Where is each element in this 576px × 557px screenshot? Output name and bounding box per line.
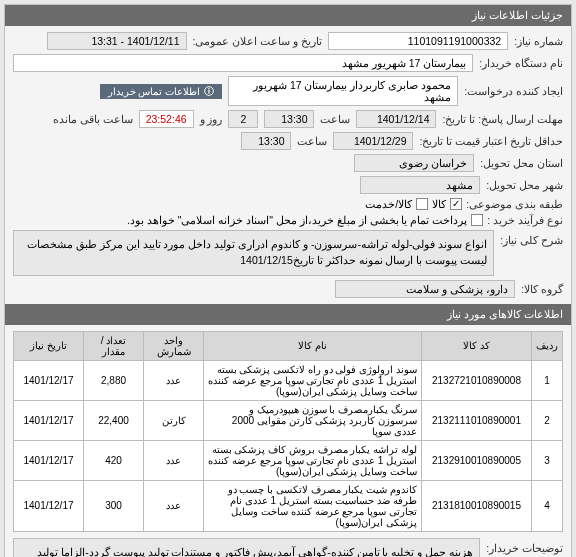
- table-header-row: ردیف کد کالا نام کالا واحد شمارش تعداد /…: [14, 331, 563, 360]
- notes-text: هزینه حمل و تخلیه با تامین کننده-گواهی آ…: [13, 538, 480, 558]
- cell-unit: عدد: [144, 360, 204, 400]
- group-label: گروه کالا:: [521, 283, 563, 295]
- process-label: نوع فرآیند خرید :: [487, 214, 563, 226]
- desc-label: شرح کلی نیاز:: [500, 230, 563, 246]
- min-valid-time-label: ساعت: [297, 135, 327, 147]
- buyer-org-label: نام دستگاه خریدار:: [479, 57, 563, 69]
- cell-qty: 22,400: [84, 400, 144, 440]
- th-qty: تعداد / مقدار: [84, 331, 144, 360]
- remain-label: ساعت باقی مانده: [53, 113, 133, 125]
- budget-label: طبقه بندی موضوعی:: [466, 198, 563, 210]
- cell-unit: کارتن: [144, 400, 204, 440]
- province-label: استان محل تحویل:: [480, 157, 563, 169]
- cell-code: 2132721010890008: [422, 360, 532, 400]
- city-label: شهر محل تحویل:: [486, 179, 563, 191]
- cell-n: 1: [532, 360, 563, 400]
- cell-name: لوله تراشه یکبار مصرف بروش کاف پزشکی بست…: [204, 440, 422, 480]
- row-budget-class: طبقه بندی موضوعی: کالا کالا/خدمت: [13, 198, 563, 210]
- deadline-label: مهلت ارسال پاسخ: تا تاریخ:: [442, 113, 563, 125]
- th-unit: واحد شمارش: [144, 331, 204, 360]
- info-icon: [204, 86, 214, 96]
- checkbox-goods-label: کالا: [432, 198, 446, 210]
- panel-body: شماره نیاز: 1101091191000332 تاریخ و ساع…: [5, 26, 571, 557]
- cell-qty: 2,880: [84, 360, 144, 400]
- cell-qty: 420: [84, 440, 144, 480]
- items-table: ردیف کد کالا نام کالا واحد شمارش تعداد /…: [13, 331, 563, 532]
- cell-unit: عدد: [144, 440, 204, 480]
- days-remaining: 2: [228, 110, 258, 128]
- table-row: 22132111010890001سرنگ یکبارمصرف با سوزن …: [14, 400, 563, 440]
- cell-n: 2: [532, 400, 563, 440]
- cell-date: 1401/12/17: [14, 360, 84, 400]
- panel-title: جزئیات اطلاعات نیاز: [5, 5, 571, 26]
- row-buyer-notes: توضیحات خریدار: هزینه حمل و تخلیه با تام…: [13, 538, 563, 558]
- buyer-contact-button[interactable]: اطلاعات تماس خریدار: [100, 84, 223, 99]
- cell-name: سوند ارولوژی فولی دو راه لاتکسی پزشکی بس…: [204, 360, 422, 400]
- checkbox-treasury-box[interactable]: [471, 214, 483, 226]
- row-deadline: مهلت ارسال پاسخ: تا تاریخ: 1401/12/14 سا…: [13, 110, 563, 128]
- th-code: کد کالا: [422, 331, 532, 360]
- cell-unit: عدد: [144, 480, 204, 531]
- cell-date: 1401/12/17: [14, 480, 84, 531]
- row-min-validity: حداقل تاریخ اعتبار قیمت تا تاریخ: 1401/1…: [13, 132, 563, 150]
- desc-text: انواع سوند فولی-لوله تراشه-سرسوزن- و کان…: [13, 230, 494, 276]
- row-province: استان محل تحویل: خراسان رضوی: [13, 154, 563, 172]
- days-label: روز و: [200, 113, 223, 125]
- items-section-header: اطلاعات کالاهای مورد نیاز: [5, 304, 571, 325]
- process-note: پرداخت تمام یا بخشی از مبلغ خرید،از محل …: [127, 214, 467, 226]
- row-description: شرح کلی نیاز: انواع سوند فولی-لوله تراشه…: [13, 230, 563, 276]
- deadline-time: 13:30: [264, 110, 314, 128]
- announce-label: تاریخ و ساعت اعلان عمومی:: [193, 35, 323, 47]
- checkbox-service: کالا/خدمت: [365, 198, 428, 210]
- announce-value: 1401/12/11 - 13:31: [47, 32, 187, 50]
- need-number-value: 1101091191000332: [328, 32, 508, 50]
- th-date: تاریخ نیاز: [14, 331, 84, 360]
- checkbox-service-box[interactable]: [416, 198, 428, 210]
- checkbox-treasury: پرداخت تمام یا بخشی از مبلغ خرید،از محل …: [127, 214, 483, 226]
- deadline-time-label: ساعت: [320, 113, 350, 125]
- buyer-org-value: بیمارستان 17 شهریور مشهد: [13, 54, 473, 72]
- cell-qty: 300: [84, 480, 144, 531]
- th-name: نام کالا: [204, 331, 422, 360]
- notes-label: توضیحات خریدار:: [486, 538, 563, 554]
- min-valid-date: 1401/12/29: [333, 132, 413, 150]
- row-group: گروه کالا: دارو، پزشکی و سلامت: [13, 280, 563, 298]
- th-row: ردیف: [532, 331, 563, 360]
- checkbox-service-label: کالا/خدمت: [365, 198, 412, 210]
- need-number-label: شماره نیاز:: [514, 35, 563, 47]
- group-value: دارو، پزشکی و سلامت: [335, 280, 515, 298]
- buyer-contact-label: اطلاعات تماس خریدار: [108, 86, 201, 97]
- cell-date: 1401/12/17: [14, 440, 84, 480]
- min-valid-label: حداقل تاریخ اعتبار قیمت تا تاریخ:: [419, 135, 563, 147]
- cell-n: 4: [532, 480, 563, 531]
- cell-date: 1401/12/17: [14, 400, 84, 440]
- row-city: شهر محل تحویل: مشهد: [13, 176, 563, 194]
- checkbox-goods: کالا: [432, 198, 462, 210]
- svg-rect-2: [209, 88, 210, 89]
- creator-label: ایجاد کننده درخواست:: [464, 85, 563, 97]
- checkbox-goods-box[interactable]: [450, 198, 462, 210]
- need-details-panel: جزئیات اطلاعات نیاز شماره نیاز: 11010911…: [4, 4, 572, 557]
- svg-rect-1: [209, 90, 210, 94]
- table-row: 12132721010890008سوند ارولوژی فولی دو را…: [14, 360, 563, 400]
- deadline-date: 1401/12/14: [356, 110, 436, 128]
- city-value: مشهد: [360, 176, 480, 194]
- cell-code: 2131810010890015: [422, 480, 532, 531]
- time-remaining: 23:52:46: [139, 110, 194, 128]
- row-need-number: شماره نیاز: 1101091191000332 تاریخ و ساع…: [13, 32, 563, 50]
- creator-value: محمود صابری کاربردار بیمارستان 17 شهریور…: [228, 76, 458, 106]
- table-row: 32132910010890005لوله تراشه یکبار مصرف ب…: [14, 440, 563, 480]
- province-value: خراسان رضوی: [354, 154, 474, 172]
- row-process-type: نوع فرآیند خرید : پرداخت تمام یا بخشی از…: [13, 214, 563, 226]
- cell-n: 3: [532, 440, 563, 480]
- row-creator: ایجاد کننده درخواست: محمود صابری کاربردا…: [13, 76, 563, 106]
- row-buyer-org: نام دستگاه خریدار: بیمارستان 17 شهریور م…: [13, 54, 563, 72]
- table-row: 42131810010890015کاندوم شیت یکبار مصرف ل…: [14, 480, 563, 531]
- min-valid-time: 13:30: [241, 132, 291, 150]
- cell-code: 2132111010890001: [422, 400, 532, 440]
- cell-code: 2132910010890005: [422, 440, 532, 480]
- cell-name: کاندوم شیت یکبار مصرف لاتکسی با چسب دو ط…: [204, 480, 422, 531]
- cell-name: سرنگ یکبارمصرف با سوزن هیپودرمیک و سرسوز…: [204, 400, 422, 440]
